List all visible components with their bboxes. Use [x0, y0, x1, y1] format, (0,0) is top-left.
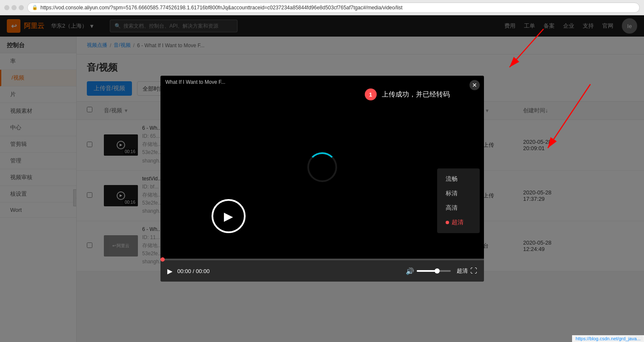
notification-badge: 1 上传成功，并已经转码: [365, 88, 450, 100]
quality-uhd-label: 超清: [452, 219, 464, 226]
browser-bar: 🔒 https://vod.console.aliyun.com/?spm=51…: [0, 0, 644, 15]
volume-icon[interactable]: 🔊: [406, 267, 414, 275]
forward-btn[interactable]: [11, 5, 17, 10]
quality-uhd[interactable]: 超清: [437, 215, 480, 230]
volume-handle[interactable]: [435, 268, 440, 274]
footer-url: https://blog.csdn.net/grd_java...: [572, 335, 644, 342]
current-time: 00:00: [177, 268, 192, 274]
quality-sd[interactable]: 标清: [437, 186, 480, 201]
back-btn[interactable]: [4, 5, 9, 10]
quality-fluent[interactable]: 流畅: [437, 172, 480, 186]
svg-line-1: [509, 29, 544, 67]
player-title: What If I Want to Move F...: [160, 76, 484, 88]
quality-sd-label: 标清: [446, 190, 458, 197]
modal-container: ✕ What If I Want to Move F... 1 上传成功，并已经…: [160, 76, 484, 282]
browser-controls: [4, 5, 24, 10]
video-modal: ✕ What If I Want to Move F... 1 上传成功，并已经…: [160, 76, 484, 282]
quality-hd-label: 高清: [446, 204, 458, 212]
time-display: 00:00 / 00:00: [177, 268, 210, 274]
loading-spinner: [307, 152, 337, 182]
url-text: https://vod.console.aliyun.com/?spm=5176…: [40, 5, 403, 11]
volume-bar[interactable]: [417, 270, 451, 272]
fullscreen-button[interactable]: ⛶: [470, 267, 477, 275]
progress-indicator: [160, 257, 165, 262]
play-button-large[interactable]: ▶: [212, 199, 246, 233]
notification-text: 上传成功，并已经转码: [382, 90, 450, 99]
volume-area: 🔊 超清 ⛶: [406, 267, 477, 275]
url-bar[interactable]: 🔒 https://vod.console.aliyun.com/?spm=51…: [27, 3, 640, 13]
quality-active-dot: [446, 221, 449, 224]
play-pause-button[interactable]: ▶: [167, 267, 172, 275]
lock-icon: 🔒: [32, 5, 38, 10]
badge-count: 1: [365, 88, 377, 100]
annotation-arrow2: [463, 71, 612, 191]
video-player-area: What If I Want to Move F... 1 上传成功，并已经转码…: [160, 76, 484, 259]
quality-hd[interactable]: 高清: [437, 201, 480, 215]
quality-display-button[interactable]: 超清: [457, 267, 468, 275]
video-controls: ▶ 00:00 / 00:00 🔊 超清 ⛶: [160, 260, 484, 282]
volume-fill: [417, 270, 437, 272]
svg-line-3: [548, 84, 590, 148]
refresh-btn[interactable]: [19, 5, 24, 10]
modal-close-button[interactable]: ✕: [469, 80, 480, 90]
quality-fluent-label: 流畅: [446, 175, 458, 183]
quality-menu: 流畅 标清 高清 超清: [437, 168, 480, 233]
modal-overlay: ✕ What If I Want to Move F... 1 上传成功，并已经…: [0, 15, 644, 342]
video-progress-bar[interactable]: [160, 259, 484, 260]
total-time: 00:00: [196, 268, 210, 274]
